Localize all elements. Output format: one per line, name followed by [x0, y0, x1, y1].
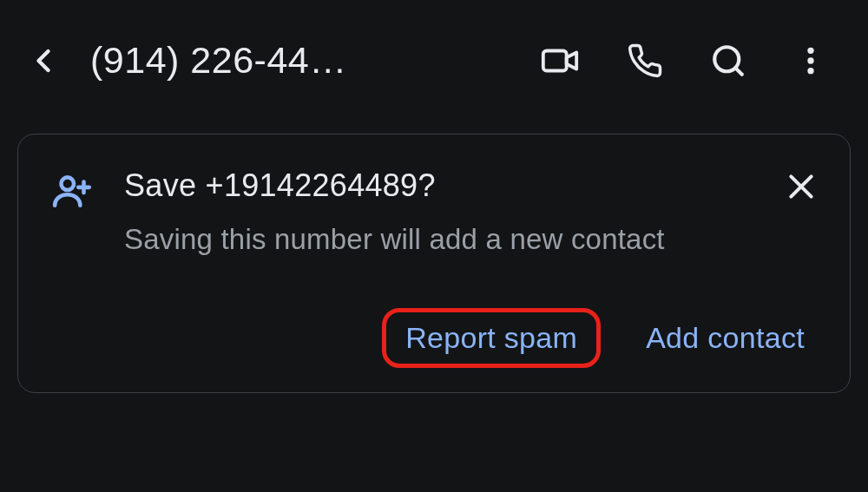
save-contact-card: Save +19142264489? Saving this number wi… [17, 134, 851, 393]
add-person-icon [51, 169, 95, 216]
close-icon [784, 169, 819, 204]
more-vertical-icon [793, 43, 828, 78]
conversation-title[interactable]: (914) 226-44… [90, 39, 512, 82]
header-actions [540, 41, 844, 81]
svg-rect-0 [543, 50, 567, 70]
search-icon [710, 43, 746, 79]
video-call-button[interactable] [540, 41, 580, 81]
card-subtitle: Saving this number will add a new contac… [124, 223, 754, 256]
chevron-left-icon [24, 42, 62, 80]
video-icon [540, 41, 580, 81]
svg-marker-1 [567, 52, 577, 69]
conversation-header: (914) 226-44… [0, 0, 868, 108]
svg-point-5 [807, 57, 813, 63]
search-button[interactable] [710, 43, 746, 79]
svg-point-4 [807, 47, 813, 53]
svg-point-6 [807, 68, 813, 74]
dismiss-card-button[interactable] [784, 169, 819, 207]
voice-call-button[interactable] [627, 43, 663, 79]
svg-line-3 [735, 68, 742, 75]
add-contact-button[interactable]: Add contact [632, 311, 819, 365]
card-content: Save +19142264489? Saving this number wi… [51, 167, 819, 256]
more-options-button[interactable] [793, 43, 828, 78]
card-title: Save +19142264489? [124, 167, 754, 204]
back-button[interactable] [24, 42, 62, 80]
report-spam-button[interactable]: Report spam [382, 308, 601, 368]
card-actions: Report spam Add contact [51, 308, 819, 368]
phone-icon [627, 43, 663, 79]
svg-point-7 [61, 177, 74, 190]
card-text: Save +19142264489? Saving this number wi… [124, 167, 754, 256]
